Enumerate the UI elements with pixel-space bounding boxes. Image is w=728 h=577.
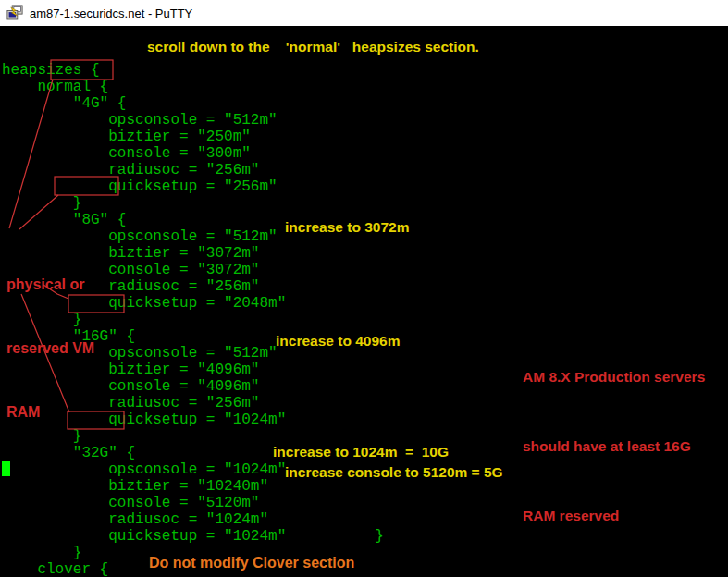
- terminal-line: biztier = "10240m": [2, 478, 384, 495]
- terminal-line: heapsizes {: [2, 62, 384, 79]
- terminal-line: opsconsole = "512m": [2, 345, 384, 362]
- title-bar[interactable]: am87-1.securidcs.net - PuTTY: [0, 0, 728, 26]
- terminal-line: }: [2, 428, 384, 445]
- putty-icon: [6, 5, 23, 21]
- terminal-line: }: [2, 195, 384, 212]
- annotation-line: RAM reserved: [523, 504, 705, 527]
- window-title: am87-1.securidcs.net - PuTTY: [30, 6, 192, 20]
- terminal-line: console = "300m": [2, 145, 384, 162]
- terminal-line: quicksetup = "1024m": [2, 411, 384, 428]
- terminal-cursor: [2, 461, 10, 476]
- terminal-line: radiusoc = "256m": [2, 278, 384, 295]
- terminal-line: console = "4096m": [2, 378, 384, 395]
- terminal-line: "32G" {: [2, 445, 384, 461]
- terminal-line: quicksetup = "2048m": [2, 295, 384, 312]
- terminal-line: biztier = "250m": [2, 129, 384, 145]
- terminal-line: "4G" {: [2, 95, 384, 112]
- annotation-production-note: AM 8.X Production servers should have at…: [523, 319, 705, 550]
- terminal-line: opsconsole = "1024m": [2, 461, 384, 478]
- terminal-line: radiusoc = "256m": [2, 162, 384, 178]
- terminal-line: biztier = "3072m": [2, 245, 384, 262]
- terminal-line: "8G" {: [2, 212, 384, 228]
- annotation-line: should have at least 16G: [523, 435, 705, 458]
- terminal-line: }: [2, 545, 384, 561]
- terminal-line: }: [2, 312, 384, 328]
- terminal-line: biztier = "4096m": [2, 362, 384, 378]
- terminal-line: clover {: [2, 561, 384, 577]
- terminal-screen[interactable]: heapsizes { normal { "4G" { opsconsole =…: [2, 29, 384, 577]
- terminal-line: opsconsole = "512m": [2, 112, 384, 129]
- terminal-line: "16G" {: [2, 328, 384, 345]
- terminal-line: normal {: [2, 79, 384, 95]
- annotation-line: AM 8.X Production servers: [523, 365, 705, 388]
- terminal-line: opsconsole = "512m": [2, 228, 384, 245]
- terminal-line: radiusoc = "1024m": [2, 511, 384, 528]
- terminal-line: radiusoc = "256m": [2, 395, 384, 411]
- terminal-lines: heapsizes { normal { "4G" { opsconsole =…: [2, 62, 384, 577]
- terminal-line: quicksetup = "256m": [2, 178, 384, 195]
- terminal-line: console = "3072m": [2, 262, 384, 278]
- terminal-line: console = "5120m": [2, 495, 384, 511]
- terminal-line: quicksetup = "1024m" }: [2, 528, 384, 545]
